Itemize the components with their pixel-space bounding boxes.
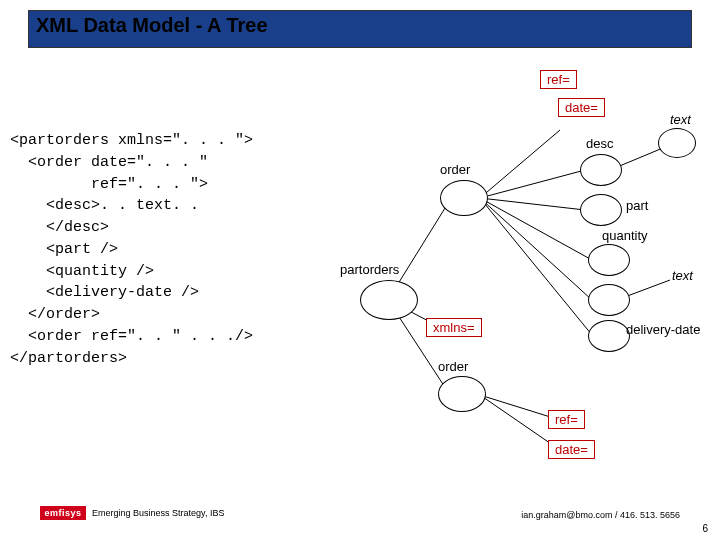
attr-date-bottom: date= [548, 440, 595, 459]
footer-org: Emerging Business Strategy, IBS [92, 508, 224, 518]
svg-line-8 [480, 198, 592, 335]
attr-xmlns: xmlns= [426, 318, 482, 337]
node-partorders [360, 280, 418, 320]
xml-code-block: <partorders xmlns=". . . "> <order date=… [10, 130, 350, 369]
svg-line-5 [480, 198, 585, 210]
node-order2 [438, 376, 486, 412]
label-text2: text [672, 268, 693, 283]
label-quantity: quantity [602, 228, 648, 243]
label-desc: desc [586, 136, 613, 151]
attr-ref-top: ref= [540, 70, 577, 89]
svg-line-4 [480, 170, 585, 198]
slide-title: XML Data Model - A Tree [36, 14, 268, 37]
label-partorders: partorders [340, 262, 399, 277]
node-delivery-date [588, 320, 630, 352]
attr-ref-bottom: ref= [548, 410, 585, 429]
label-delivery-date: delivery-date [626, 322, 700, 337]
label-text1: text [670, 112, 691, 127]
node-text1 [658, 128, 696, 158]
tree-diagram: ref= date= xmlns= ref= date= partorders … [330, 70, 710, 470]
footer-left: emfisys Emerging Business Strategy, IBS [40, 506, 224, 520]
logo: emfisys [40, 506, 86, 520]
svg-line-3 [480, 130, 560, 198]
node-part [580, 194, 622, 226]
node-quantity [588, 244, 630, 276]
label-order2: order [438, 359, 468, 374]
label-part: part [626, 198, 648, 213]
node-text2 [588, 284, 630, 316]
node-order1 [440, 180, 488, 216]
attr-date-top: date= [558, 98, 605, 117]
svg-line-7 [480, 198, 592, 300]
label-order1: order [440, 162, 470, 177]
footer-contact: ian.graham@bmo.com / 416. 513. 5656 [521, 510, 680, 520]
svg-line-6 [480, 198, 592, 260]
page-number: 6 [702, 523, 708, 534]
node-desc [580, 154, 622, 186]
